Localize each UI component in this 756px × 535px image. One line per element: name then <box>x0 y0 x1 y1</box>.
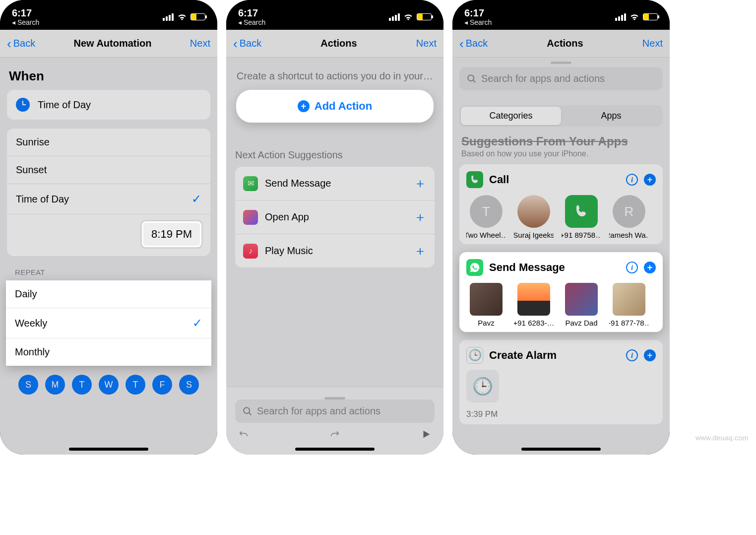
wifi-icon <box>629 13 640 21</box>
suggestion-play-music[interactable]: ♪ Play Music ＋ <box>235 234 435 268</box>
alarm-tile[interactable]: 🕒 <box>466 370 499 402</box>
segment-apps[interactable]: Apps <box>561 107 661 125</box>
contact-thumb <box>613 283 645 316</box>
status-back-to[interactable]: ◂ Search <box>238 18 265 26</box>
status-bar: 6:17 ◂ Search <box>0 0 217 30</box>
plus-icon[interactable]: ＋ <box>414 208 427 226</box>
undo-icon[interactable] <box>238 429 249 440</box>
svg-point-0 <box>244 407 250 413</box>
contact-thumb <box>565 283 598 316</box>
redo-icon[interactable] <box>329 429 340 440</box>
repeat-card: Daily Weekly✓ Monthly <box>6 280 211 366</box>
plus-circle-icon: + <box>298 100 310 112</box>
info-icon[interactable]: i <box>626 262 638 273</box>
battery-icon <box>190 13 205 20</box>
action-card-send-message: Send Message i + Pavz +91 6283-… <box>459 252 663 332</box>
svg-line-1 <box>249 412 252 415</box>
svg-point-2 <box>468 75 474 81</box>
status-back-to[interactable]: ◂ Search <box>464 18 492 26</box>
call-contact[interactable]: R Ramesh Wa… <box>609 195 649 239</box>
add-action-button[interactable]: + Add Action <box>236 90 434 123</box>
day-wed[interactable]: W <box>99 375 119 395</box>
cellular-icon <box>615 13 626 21</box>
plus-icon[interactable]: ＋ <box>414 242 427 260</box>
battery-icon <box>417 13 432 20</box>
avatar <box>517 195 550 228</box>
status-icons <box>389 13 432 21</box>
alarm-time-label: 3:39 PM <box>466 405 498 419</box>
repeat-daily[interactable]: Daily <box>6 280 211 308</box>
screen-actions-empty: 6:17 ◂ Search ‹Back Actions Next Create … <box>226 0 443 455</box>
message-contact[interactable]: Pavz Dad <box>562 283 601 327</box>
day-mon[interactable]: M <box>45 375 65 395</box>
clock-app-icon: 🕒 <box>466 347 483 364</box>
wifi-icon <box>177 13 188 21</box>
contact-thumb <box>470 283 503 316</box>
next-button[interactable]: Next <box>642 38 663 49</box>
add-action-label: Add Action <box>315 100 373 113</box>
day-sun[interactable]: S <box>18 375 38 395</box>
call-contact[interactable]: Suraj Igeeks <box>514 195 554 239</box>
option-sunset[interactable]: Sunset <box>7 156 210 184</box>
status-back-to[interactable]: ◂ Search <box>12 18 39 26</box>
day-fri[interactable]: F <box>152 375 172 395</box>
svg-line-3 <box>473 80 476 82</box>
phone-app-icon <box>466 171 483 188</box>
repeat-weekly[interactable]: Weekly✓ <box>6 308 211 338</box>
time-of-day-trigger[interactable]: Time of Day <box>7 90 210 120</box>
suggestion-send-message[interactable]: ✉︎ Send Message ＋ <box>235 167 435 201</box>
screen-actions-picker: 6:17 ◂ Search ‹Back Actions Next Search … <box>452 0 670 455</box>
add-icon[interactable]: + <box>644 349 656 361</box>
status-icons <box>163 13 205 21</box>
time-of-day-label: Time of Day <box>38 99 91 111</box>
day-sat[interactable]: S <box>179 375 199 395</box>
segment-categories[interactable]: Categories <box>461 107 561 125</box>
search-icon <box>242 406 253 417</box>
nav-bar: ‹Back New Automation Next <box>0 30 217 58</box>
next-button[interactable]: Next <box>190 38 210 49</box>
message-contact[interactable]: Pavz <box>466 283 506 327</box>
repeat-monthly[interactable]: Monthly <box>6 338 211 366</box>
phone-icon <box>565 195 598 228</box>
call-contact[interactable]: T Two Wheel… <box>466 195 506 239</box>
nav-title: Actions <box>320 38 357 49</box>
play-icon[interactable] <box>421 429 432 440</box>
message-contact[interactable]: +91 877-78… <box>609 283 649 327</box>
add-icon[interactable]: + <box>644 262 656 273</box>
home-indicator[interactable] <box>295 448 375 451</box>
home-indicator[interactable] <box>69 448 148 451</box>
status-bar: 6:17 ◂ Search <box>452 0 670 30</box>
call-contact[interactable]: +91 89758… <box>562 195 601 239</box>
avatar: T <box>470 195 503 228</box>
search-input[interactable]: Search for apps and actions <box>235 400 435 423</box>
day-tue[interactable]: T <box>72 375 92 395</box>
search-input[interactable]: Search for apps and actions <box>459 67 663 90</box>
app-grid-icon <box>243 210 258 225</box>
plus-icon[interactable]: ＋ <box>414 175 427 192</box>
screen-new-automation: 6:17 ◂ Search ‹Back New Automation Next … <box>0 0 217 455</box>
info-icon[interactable]: i <box>626 174 638 186</box>
status-bar: 6:17 ◂ Search <box>226 0 443 30</box>
next-button[interactable]: Next <box>416 38 437 49</box>
bottom-bar: Search for apps and actions <box>226 387 443 455</box>
home-indicator[interactable] <box>521 448 601 451</box>
add-icon[interactable]: + <box>644 174 656 186</box>
day-thu[interactable]: T <box>126 375 145 395</box>
suggestion-open-app[interactable]: Open App ＋ <box>235 201 435 234</box>
message-contact[interactable]: +91 6283-… <box>514 283 554 327</box>
action-card-create-alarm: 🕒 Create Alarm i + 🕒 3:39 PM <box>459 340 663 424</box>
weekday-row: S M T W T F S <box>0 366 217 403</box>
option-sunrise[interactable]: Sunrise <box>7 129 210 156</box>
battery-icon <box>643 13 658 20</box>
segmented-control[interactable]: Categories Apps <box>459 105 663 127</box>
hint-text: Create a shortcut to actions you do in y… <box>226 58 443 90</box>
nav-title: Actions <box>547 38 583 49</box>
action-create-alarm-title: Create Alarm <box>489 349 557 362</box>
back-button[interactable]: ‹Back <box>7 37 35 50</box>
nav-bar: ‹Back Actions Next <box>452 30 670 58</box>
option-time-of-day[interactable]: Time of Day✓ <box>7 184 210 214</box>
time-value-chip[interactable]: 8:19 PM <box>142 221 201 247</box>
info-icon[interactable]: i <box>626 349 638 361</box>
back-button[interactable]: ‹Back <box>459 37 488 50</box>
back-button[interactable]: ‹Back <box>233 37 261 50</box>
